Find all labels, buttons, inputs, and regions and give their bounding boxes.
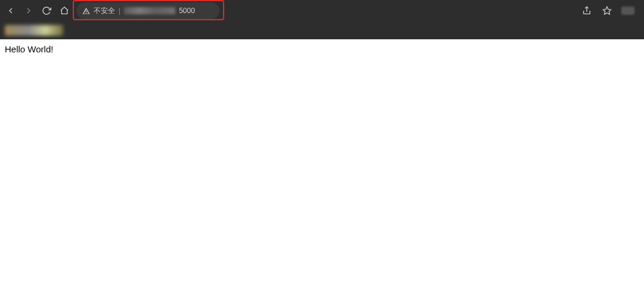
extension-badge-blurred[interactable]	[621, 7, 634, 15]
arrow-right-icon	[24, 6, 33, 15]
toolbar-right-group	[581, 5, 639, 17]
address-separator: |	[119, 7, 120, 15]
reload-button[interactable]	[41, 5, 52, 17]
star-icon	[602, 6, 612, 15]
svg-marker-1	[603, 7, 611, 14]
bookmarks-bar	[0, 21, 644, 39]
browser-toolbar: 不安全 | 5000	[0, 0, 644, 21]
page-body-text: Hello World!	[5, 44, 53, 54]
share-icon	[582, 6, 592, 15]
security-status: 不安全	[94, 6, 115, 16]
arrow-left-icon	[6, 6, 16, 15]
address-bar-container: 不安全 | 5000	[76, 2, 575, 19]
forward-button[interactable]	[23, 5, 35, 17]
back-button[interactable]	[5, 5, 17, 17]
address-port: 5000	[179, 7, 195, 15]
home-icon	[60, 6, 69, 15]
home-button[interactable]	[58, 5, 70, 17]
warning-icon	[82, 7, 90, 15]
address-host-blurred	[124, 7, 175, 14]
bookmark-button[interactable]	[601, 5, 613, 17]
bookmark-item-blurred[interactable]	[5, 25, 63, 36]
reload-icon	[42, 6, 51, 15]
page-content: Hello World!	[0, 39, 644, 306]
address-bar[interactable]: 不安全 | 5000	[76, 2, 219, 19]
share-button[interactable]	[581, 5, 593, 17]
